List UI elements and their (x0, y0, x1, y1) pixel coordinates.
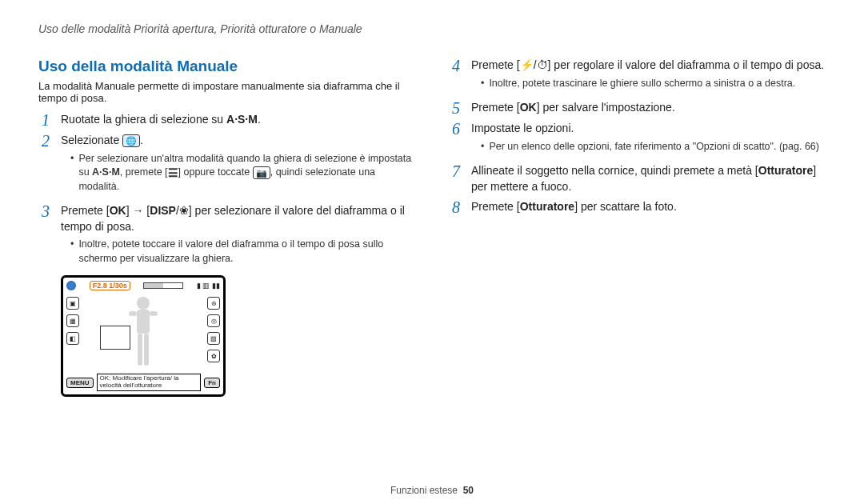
bullet-text: Per selezionare un'altra modalità quando… (78, 152, 415, 194)
step-body: Premete [OK] per salvare l'impostazione. (471, 100, 826, 116)
svg-rect-3 (150, 311, 158, 316)
bullet-list: • Inoltre, potete toccare il valore del … (61, 238, 415, 266)
flash-icon: ⚡ (520, 58, 534, 71)
bullet-list: • Inoltre, potete trascinare le ghiere s… (471, 77, 826, 91)
step-body: Premete [OK] → [DISP/❀] per selezionare … (61, 203, 415, 270)
step-text: Selezionate (61, 134, 122, 146)
step-body: Ruotate la ghiera di selezione su A·S·M. (61, 112, 415, 128)
footer-section: Funzioni estese (390, 485, 458, 496)
illu-topbar: F2.8 1/30s ▮ ▥ ▮▮ (66, 281, 220, 290)
illu-icon: ⊛ (207, 297, 220, 310)
disp-label: DISP (150, 204, 176, 217)
two-column-layout: Uso della modalità Manuale La modalità M… (38, 58, 826, 397)
step-4: 4 Premete [⚡/⏱] per regolare il valore d… (449, 58, 826, 95)
bullet-list: • Per un elenco delle opzioni, fate rife… (471, 140, 826, 154)
step-number: 2 (38, 133, 53, 198)
step-text: . (258, 113, 261, 126)
step-text: Premete [ (61, 204, 110, 217)
ok-label: OK (110, 204, 126, 217)
bullet: • Per un elenco delle opzioni, fate rife… (481, 140, 826, 154)
section-title: Uso della modalità Manuale (38, 58, 415, 75)
left-icon-column: ▣ ▦ ◧ (66, 297, 79, 345)
earth-icon (66, 281, 76, 290)
fn-button-label: Fn (204, 378, 220, 388)
focus-rectangle (100, 326, 130, 350)
step-number: 6 (449, 121, 463, 158)
bullet: • Inoltre, potete trascinare le ghiere s… (481, 77, 826, 91)
step-6: 6 Impostate le opzioni. • Per un elenco … (449, 121, 826, 158)
bullet-text: Inoltre, potete trascinare le ghiere sul… (489, 77, 795, 91)
illu-icon: ◧ (66, 332, 79, 345)
left-column: Uso della modalità Manuale La modalità M… (38, 58, 415, 397)
mode-icon: 🌐 (122, 134, 140, 147)
step-text: Premete [ (471, 200, 520, 213)
step-text: ] per salvare l'impostazione. (537, 101, 675, 114)
step-text: Premete [ (471, 101, 520, 114)
bullet: • Per selezionare un'altra modalità quan… (70, 152, 415, 194)
bullet-list: • Per selezionare un'altra modalità quan… (61, 152, 415, 194)
step-number: 4 (449, 58, 463, 95)
step-7: 7 Allineate il soggetto nella cornice, q… (449, 163, 826, 194)
running-header: Uso delle modalità Priorità apertura, Pr… (38, 22, 826, 35)
section-lead: La modalità Manuale permette di impostar… (38, 80, 415, 104)
bullet: • Inoltre, potete toccare il valore del … (70, 238, 415, 266)
step-3: 3 Premete [OK] → [DISP/❀] per selezionar… (38, 203, 415, 270)
menu-button-label: MENU (66, 378, 94, 388)
bullet-frag: , premete [ (120, 166, 168, 178)
svg-point-0 (137, 297, 150, 310)
camera-screen-illustration: F2.8 1/30s ▮ ▥ ▮▮ ▣ ▦ ◧ ⊛ ◎ ▧ ✿ (61, 275, 226, 397)
step-body: Allineate il soggetto nella cornice, qui… (471, 163, 826, 194)
bullet-dot: • (481, 140, 484, 154)
illu-icon: ◎ (207, 314, 220, 327)
step-number: 8 (449, 199, 463, 215)
page-footer: Funzioni estese 50 (0, 485, 864, 496)
right-column: 4 Premete [⚡/⏱] per regolare il valore d… (449, 58, 826, 397)
step-number: 5 (449, 100, 463, 116)
svg-rect-2 (129, 311, 137, 316)
step-1: 1 Ruotate la ghiera di selezione su A·S·… (38, 112, 415, 128)
illu-icon: ▧ (207, 332, 220, 345)
caption-box: OK: Modificare l'apertura/ la velocità d… (97, 374, 202, 391)
step-2: 2 Selezionate 🌐. • Per selezionare un'al… (38, 133, 415, 198)
step-text: Allineate il soggetto nella cornice, qui… (471, 164, 758, 177)
asm-label: A·S·M (226, 113, 258, 126)
right-icon-column: ⊛ ◎ ▧ ✿ (207, 297, 220, 362)
bullet-text: Inoltre, potete toccare il valore del di… (78, 238, 415, 266)
page-number: 50 (463, 485, 474, 496)
svg-rect-5 (144, 334, 149, 366)
illu-main: ▣ ▦ ◧ ⊛ ◎ ▧ ✿ (66, 292, 220, 372)
step-text: ] per regolare il valore del diaframma o… (548, 58, 825, 71)
bullet-dot: • (481, 77, 484, 91)
svg-rect-4 (138, 334, 142, 366)
aperture-shutter-readout: F2.8 1/30s (90, 281, 130, 290)
bullet-dot: • (70, 238, 74, 266)
bullet-dot: • (70, 152, 74, 194)
menu-icon: ☰ (168, 167, 178, 178)
step-body: Premete [Otturatore] per scattare la fot… (471, 199, 826, 215)
step-number: 1 (38, 112, 53, 128)
illu-bottom: MENU OK: Modificare l'apertura/ la veloc… (66, 374, 220, 391)
step-text: Impostate le opzioni. (471, 122, 574, 134)
manual-page: Uso delle modalità Priorità apertura, Pr… (0, 0, 864, 504)
step-body: Selezionate 🌐. • Per selezionare un'altr… (61, 133, 415, 198)
step-text: Premete [ (471, 58, 520, 71)
steps-right: 4 Premete [⚡/⏱] per regolare il valore d… (449, 58, 826, 215)
illu-icon: ✿ (207, 350, 220, 362)
illu-icon: ▣ (66, 297, 79, 310)
ok-label: OK (520, 101, 537, 114)
step-number: 3 (38, 203, 53, 270)
ev-scale (143, 282, 183, 289)
otturatore-label: Otturatore (520, 200, 574, 213)
battery-icon: ▮ ▥ ▮▮ (197, 282, 220, 290)
step-body: Premete [⚡/⏱] per regolare il valore del… (471, 58, 826, 95)
camera-icon: 📷 (253, 166, 270, 179)
asm-label: A·S·M (92, 166, 120, 178)
step-8: 8 Premete [Otturatore] per scattare la f… (449, 199, 826, 215)
step-body: Impostate le opzioni. • Per un elenco de… (471, 121, 826, 158)
step-text: ] → [ (126, 204, 150, 217)
flower-icon: ❀ (179, 204, 189, 217)
otturatore-label: Otturatore (758, 164, 813, 177)
step-text: Ruotate la ghiera di selezione su (61, 113, 226, 126)
steps-left: 1 Ruotate la ghiera di selezione su A·S·… (38, 112, 415, 270)
svg-rect-1 (137, 310, 150, 334)
